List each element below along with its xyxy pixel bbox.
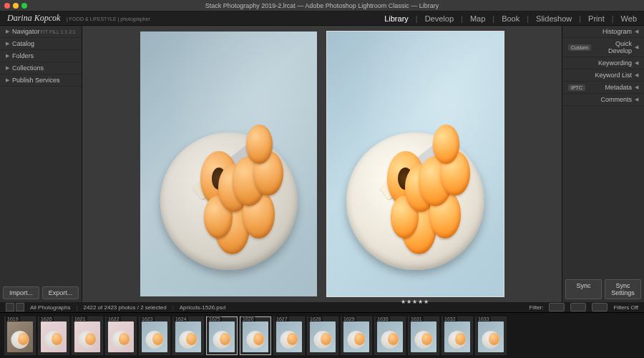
thumbnail[interactable]: 1627: [273, 316, 305, 355]
minimize-icon[interactable]: [13, 3, 19, 9]
compare-left-photo[interactable]: [140, 32, 317, 296]
panel-collections[interactable]: ▶Collections: [0, 62, 82, 74]
module-web[interactable]: Web: [621, 14, 637, 23]
disclosure-triangle-icon: ▶: [6, 41, 9, 47]
disclosure-triangle-icon: ▶: [6, 77, 9, 83]
traffic-lights: [4, 3, 27, 9]
thumbnail-number: 1622: [107, 316, 121, 321]
sync-settings-button[interactable]: Sync Settings: [605, 279, 641, 299]
thumbnail-number: 1633: [477, 316, 491, 321]
thumbnail[interactable]: 1630: [374, 316, 406, 355]
thumbnail[interactable]: 1628: [307, 316, 338, 355]
module-library[interactable]: Library: [384, 14, 409, 23]
window-title: Stack Photography 2019-2.lrcat — Adobe P…: [205, 2, 439, 9]
filter-color-toggle[interactable]: [592, 303, 608, 311]
disclosure-triangle-icon: ◀: [635, 44, 638, 50]
close-icon[interactable]: [4, 3, 10, 9]
module-develop[interactable]: Develop: [425, 14, 454, 23]
thumbnail-number: 1628: [308, 316, 323, 321]
thumbnail-number: 1632: [443, 316, 457, 321]
source-label[interactable]: All Photographs: [30, 304, 70, 311]
thumbnail[interactable]: 1623: [139, 316, 170, 355]
panel-publish-services[interactable]: ▶Publish Services: [0, 74, 82, 87]
thumbnail[interactable]: 1626: [240, 316, 271, 355]
panel-quick-develop[interactable]: CustomQuick Develop◀: [562, 38, 644, 57]
module-picker: Library|Develop|Map|Book|Slideshow|Print…: [384, 14, 637, 23]
thumbnail[interactable]: 1633: [475, 316, 507, 355]
panel-comments[interactable]: Comments◀: [562, 94, 644, 106]
thumbnail-number: 1627: [275, 316, 289, 321]
module-print[interactable]: Print: [588, 14, 605, 23]
disclosure-triangle-icon: ▶: [6, 53, 9, 59]
panel-histogram[interactable]: Histogram◀: [562, 26, 644, 38]
thumbnail-number: 1624: [174, 316, 188, 321]
module-map[interactable]: Map: [470, 14, 485, 23]
disclosure-triangle-icon: ◀: [635, 60, 638, 66]
filmstrip[interactable]: 1619162016211622162316241625162616271628…: [0, 312, 644, 358]
module-slideshow[interactable]: Slideshow: [536, 14, 572, 23]
zoom-icon[interactable]: [21, 3, 27, 9]
current-filename: Apricots-1526.psd: [180, 304, 225, 311]
export-button[interactable]: Export...: [42, 286, 79, 299]
identity-plate: Darina Kopcok | FOOD & LIFESTYLE | photo…: [7, 13, 150, 24]
thumbnail-number: 1623: [140, 316, 155, 321]
thumbnail[interactable]: 1629: [341, 316, 372, 355]
disclosure-triangle-icon: ◀: [635, 97, 638, 102]
secondary-display-icon[interactable]: [6, 303, 24, 311]
thumbnail[interactable]: 1631: [408, 316, 439, 355]
rating-stars[interactable]: ★★★★★: [401, 299, 429, 305]
filter-rating-toggle[interactable]: [570, 303, 586, 311]
thumbnail-number: 1631: [409, 316, 424, 321]
filter-flag-toggle[interactable]: [549, 303, 565, 311]
identity-plate-bar: Darina Kopcok | FOOD & LIFESTYLE | photo…: [0, 11, 644, 26]
disclosure-triangle-icon: ▶: [6, 65, 9, 71]
disclosure-triangle-icon: ◀: [635, 72, 638, 78]
thumbnail-number: 1630: [376, 316, 390, 321]
panel-keywording[interactable]: Keywording◀: [562, 57, 644, 69]
thumbnail[interactable]: 1622: [105, 316, 137, 355]
filters-off-label[interactable]: Filters Off: [613, 304, 638, 311]
brand-tagline: | FOOD & LIFESTYLE | photographer: [67, 16, 150, 21]
right-panel: Histogram◀CustomQuick Develop◀Keywording…: [562, 26, 644, 302]
thumbnail[interactable]: 1619: [4, 316, 36, 355]
compare-view: ★★★★★: [82, 26, 562, 302]
filmstrip-status-bar: All Photographs | 2422 of 2423 photos / …: [0, 302, 644, 312]
disclosure-triangle-icon: ◀: [635, 29, 638, 34]
thumbnail-number: 1619: [6, 316, 20, 321]
panel-keyword-list[interactable]: Keyword List◀: [562, 69, 644, 82]
thumbnail-number: 1626: [241, 316, 255, 321]
compare-right-photo[interactable]: ★★★★★: [327, 32, 504, 296]
thumbnail[interactable]: 1632: [441, 316, 473, 355]
disclosure-triangle-icon: ◀: [635, 84, 638, 90]
import-button[interactable]: Import...: [3, 286, 39, 299]
photo-count: 2422 of 2423 photos / 2 selected: [84, 304, 167, 311]
thumbnail-number: 1625: [208, 316, 222, 321]
thumbnail[interactable]: 1620: [38, 316, 69, 355]
disclosure-triangle-icon: ▶: [6, 29, 9, 34]
thumbnail-number: 1620: [39, 316, 54, 321]
sync-button[interactable]: Sync: [565, 279, 602, 299]
thumbnail[interactable]: 1621: [72, 316, 103, 355]
panel-folders[interactable]: ▶Folders: [0, 50, 82, 62]
panel-catalog[interactable]: ▶Catalog: [0, 38, 82, 50]
left-panel: ▶NavigatorFIT FILL 1:1 2:1▶Catalog▶Folde…: [0, 26, 82, 302]
thumbnail-number: 1629: [342, 316, 356, 321]
panel-navigator[interactable]: ▶NavigatorFIT FILL 1:1 2:1: [0, 26, 82, 38]
module-book[interactable]: Book: [502, 14, 519, 23]
thumbnail[interactable]: 1625: [206, 316, 238, 355]
window-titlebar: Stack Photography 2019-2.lrcat — Adobe P…: [0, 0, 644, 11]
filter-label: Filter:: [529, 304, 543, 311]
thumbnail[interactable]: 1624: [172, 316, 204, 355]
thumbnail-number: 1621: [73, 316, 87, 321]
panel-metadata[interactable]: IPTCMetadata◀: [562, 82, 644, 94]
brand-name: Darina Kopcok: [7, 13, 60, 23]
